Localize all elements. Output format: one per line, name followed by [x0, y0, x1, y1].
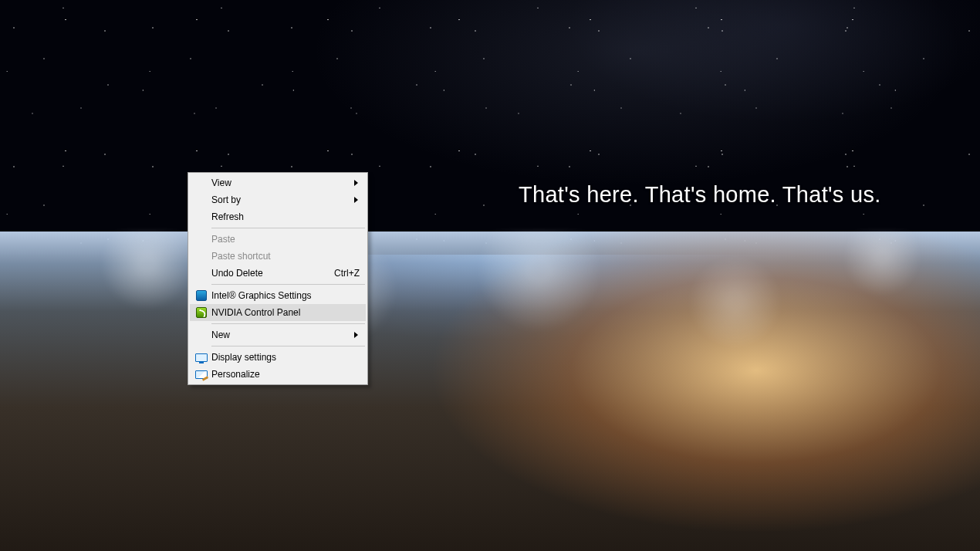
menu-item-label: NVIDIA Control Panel: [210, 307, 360, 318]
display-icon: [195, 353, 208, 362]
wallpaper-caption: That's here. That's home. That's us.: [519, 182, 881, 208]
menu-item-label: Sort by: [210, 194, 360, 205]
menu-item-display-settings[interactable]: Display settings: [190, 349, 366, 366]
menu-separator: [211, 323, 365, 324]
menu-item-label: Paste: [210, 234, 360, 245]
nvidia-icon: [196, 307, 207, 318]
wallpaper-space: [0, 0, 980, 255]
menu-item-refresh[interactable]: Refresh: [190, 208, 366, 225]
menu-item-label: Undo Delete: [210, 268, 334, 279]
menu-item-sort-by[interactable]: Sort by: [190, 191, 366, 208]
personalize-icon: [195, 370, 208, 379]
menu-item-view[interactable]: View: [190, 174, 366, 191]
menu-item-paste-shortcut: Paste shortcut: [190, 248, 366, 265]
menu-item-label: Personalize: [210, 369, 360, 380]
menu-separator: [211, 346, 365, 346]
menu-item-label: View: [210, 177, 360, 188]
menu-item-paste: Paste: [190, 231, 366, 248]
desktop-context-menu[interactable]: View Sort by Refresh Paste Paste shortcu…: [188, 172, 368, 385]
menu-item-intel-graphics-settings[interactable]: Intel® Graphics Settings: [190, 287, 366, 304]
intel-icon: [196, 290, 207, 301]
menu-item-label: Intel® Graphics Settings: [210, 290, 360, 301]
menu-item-personalize[interactable]: Personalize: [190, 366, 366, 383]
wallpaper-earth: [0, 232, 980, 551]
menu-item-label: New: [210, 330, 360, 340]
menu-separator: [211, 228, 365, 228]
menu-item-accelerator: Ctrl+Z: [334, 268, 360, 279]
menu-item-label: Display settings: [210, 352, 360, 363]
menu-item-nvidia-control-panel[interactable]: NVIDIA Control Panel: [190, 304, 366, 321]
desktop[interactable]: That's here. That's home. That's us. Vie…: [0, 0, 980, 551]
menu-item-label: Paste shortcut: [210, 251, 360, 262]
menu-separator: [211, 284, 365, 285]
menu-item-label: Refresh: [210, 211, 360, 222]
menu-item-new[interactable]: New: [190, 326, 366, 343]
menu-item-undo-delete[interactable]: Undo DeleteCtrl+Z: [190, 265, 366, 282]
